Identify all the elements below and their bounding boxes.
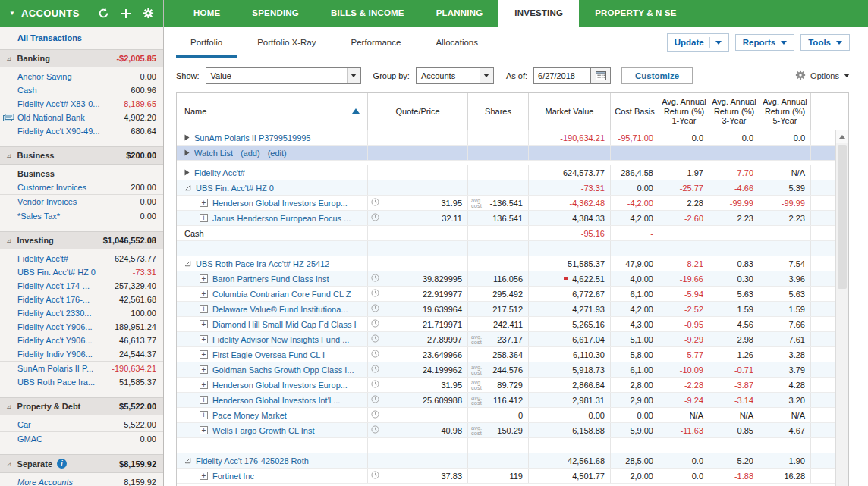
- security-name[interactable]: Baron Partners Fund Class Inst: [212, 274, 329, 284]
- expand-plus-icon[interactable]: +: [200, 335, 208, 343]
- sidebar-item-fidelity-acc-t-x90-49[interactable]: Fidelity Acc't X90-49...680.64: [0, 124, 163, 138]
- col-header-avg-annual-return-3-year[interactable]: Avg. Annual Return (%)3-Year: [709, 93, 760, 130]
- table-row[interactable]: Cash-95.16-: [177, 226, 835, 241]
- security-name[interactable]: Diamond Hill Small Mid Cap Fd Class I: [212, 320, 357, 329]
- nav-tab-home[interactable]: HOME: [178, 0, 236, 27]
- update-button[interactable]: Update: [667, 33, 729, 52]
- account-group-name[interactable]: SunAm Polaris II P3799519995: [194, 133, 311, 143]
- nav-tab-bills-income[interactable]: BILLS & INCOME: [315, 0, 420, 27]
- table-row[interactable]: +Delaware Value® Fund Institutiona...19.…: [177, 302, 835, 317]
- table-row[interactable]: +Fidelity Advisor New Insights Fund ...2…: [177, 332, 835, 347]
- table-row[interactable]: +Pace Money Market00.000.00N/AN/AN/A: [177, 408, 835, 423]
- sidebar-item-label[interactable]: Customer Invoices: [17, 183, 131, 192]
- security-name[interactable]: Fidelity Advisor New Insights Fund ...: [212, 335, 349, 344]
- sidebar-item-label[interactable]: Fidelity Acc't#: [17, 254, 115, 263]
- table-row[interactable]: +Wells Fargo Growth CL Inst40.98avg.cost…: [177, 423, 835, 438]
- table-row[interactable]: +First Eagle Oversea Fund CL I23.6499662…: [177, 347, 835, 362]
- sidebar-item-label[interactable]: UBS Fin. Acc't# HZ 0: [17, 268, 133, 277]
- calendar-icon[interactable]: [591, 67, 611, 84]
- sidebar-item-cash[interactable]: Cash600.96: [0, 83, 163, 97]
- nav-tab-spending[interactable]: SPENDING: [236, 0, 315, 27]
- col-header-name[interactable]: Name: [177, 93, 368, 130]
- sidebar-item-label[interactable]: Fidelity Acc't# X83-0...: [17, 99, 121, 108]
- sidebar-item-label[interactable]: More Accounts: [17, 478, 124, 486]
- sidebar-item-car[interactable]: Car5,522.00: [0, 418, 163, 432]
- security-name[interactable]: First Eagle Oversea Fund CL I: [212, 350, 325, 359]
- sidebar-item-label[interactable]: Fidelity Acc't 174-...: [17, 281, 115, 290]
- sidebar-item-label[interactable]: Fidelity Acc't 176-...: [17, 295, 119, 304]
- table-row[interactable]: +Columbia Contrarian Core Fund CL Z22.91…: [177, 287, 835, 302]
- account-group-name[interactable]: Watch List: [194, 149, 233, 158]
- tab-portfolio-x-ray[interactable]: Portfolio X-Ray: [243, 27, 330, 58]
- tools-button[interactable]: Tools: [800, 34, 850, 51]
- group-by-select[interactable]: Accounts: [416, 67, 494, 84]
- security-name[interactable]: Fortinet Inc: [212, 472, 254, 481]
- sidebar-item-vendor-invoices[interactable]: Vendor Invoices0.00: [0, 195, 163, 209]
- collapsed-triangle-icon[interactable]: [184, 168, 190, 177]
- col-header-avg-annual-return-1-year[interactable]: Avg. Annual Return (%)1-Year: [659, 93, 709, 130]
- sidebar-item-label[interactable]: Fidelity Acc't Y906...: [17, 322, 115, 331]
- expand-plus-icon[interactable]: +: [200, 290, 208, 298]
- table-row[interactable]: UBS Fin. Acc't# HZ 0-73.310.00-25.77-4.6…: [177, 180, 835, 196]
- security-name[interactable]: Henderson Global Investors Int'l ...: [212, 396, 340, 405]
- col-header-market-value[interactable]: Market Value: [529, 93, 611, 130]
- accounts-caret-down-icon[interactable]: ▼: [9, 10, 15, 17]
- expand-plus-icon[interactable]: +: [200, 214, 208, 222]
- tab-portfolio[interactable]: Portfolio: [176, 27, 237, 58]
- security-name[interactable]: Columbia Contrarian Core Fund CL Z: [212, 290, 351, 299]
- reports-button[interactable]: Reports: [735, 34, 794, 51]
- table-row[interactable]: +Diamond Hill Small Mid Cap Fd Class I21…: [177, 317, 835, 332]
- expand-plus-icon[interactable]: +: [200, 305, 208, 313]
- sidebar-item-label[interactable]: SunAm Polaris II P...: [17, 364, 112, 373]
- security-name[interactable]: Goldman Sachs Growth Opp Class I...: [212, 365, 354, 375]
- sidebar-item-fidelity-acc-t-y906[interactable]: Fidelity Acc't Y906...46,613.77: [0, 334, 163, 347]
- scroll-up-arrow-icon[interactable]: [836, 130, 848, 143]
- sidebar-item-anchor-saving[interactable]: Anchor Saving0.00: [0, 70, 163, 83]
- expand-plus-icon[interactable]: +: [200, 396, 208, 404]
- sidebar-item-fidelity-acc-t-176[interactable]: Fidelity Acc't 176-...42,561.68: [0, 293, 163, 306]
- expanded-triangle-icon[interactable]: [184, 259, 191, 268]
- sidebar-item-label[interactable]: Fidelity Acc't 2330...: [17, 309, 131, 318]
- section-expand-icon[interactable]: ⊿: [6, 237, 12, 244]
- table-row[interactable]: Fidelity Acc't#624,573.77286,4.581.97-7.…: [177, 165, 835, 180]
- security-name[interactable]: Pace Money Market: [212, 411, 287, 420]
- sidebar-item-label[interactable]: Car: [17, 420, 124, 429]
- expand-plus-icon[interactable]: +: [200, 365, 208, 374]
- watchlist-add-link[interactable]: (add): [241, 149, 260, 158]
- account-group-name[interactable]: UBS Fin. Acc't# HZ 0: [196, 183, 274, 193]
- show-select[interactable]: Value: [206, 67, 361, 84]
- vertical-scrollbar[interactable]: [835, 130, 848, 486]
- expand-plus-icon[interactable]: +: [200, 274, 208, 283]
- security-name[interactable]: Wells Fargo Growth CL Inst: [212, 426, 315, 435]
- nav-tab-property-n-se[interactable]: PROPERTY & N SE: [579, 0, 693, 27]
- sidebar-item-all-transactions[interactable]: All Transactions: [0, 27, 163, 49]
- sidebar-item-fidelity-acc-t-2330[interactable]: Fidelity Acc't 2330...100.00: [0, 306, 163, 320]
- security-name[interactable]: Janus Henderson European Focus ...: [212, 214, 351, 223]
- table-row[interactable]: +Henderson Global Investors Europ...31.9…: [177, 378, 835, 393]
- sidebar-item-more-accounts[interactable]: More Accounts8,159.92: [0, 475, 163, 486]
- col-header-cost-basis[interactable]: Cost Basis: [611, 93, 659, 130]
- sidebar-item-ubs-fin-acc-t-hz-0[interactable]: UBS Fin. Acc't# HZ 0-73.31: [0, 265, 163, 279]
- security-name[interactable]: Delaware Value® Fund Institutiona...: [212, 305, 348, 314]
- table-row[interactable]: +Baron Partners Fund Class Inst39.829995…: [177, 271, 835, 287]
- sidebar-item-label[interactable]: *Sales Tax*: [17, 212, 140, 221]
- sidebar-item-customer-invoices[interactable]: Customer Invoices200.00: [0, 180, 163, 195]
- sidebar-item-label[interactable]: Fidelity Indiv Y906...: [17, 350, 119, 359]
- sidebar-item-sales-tax[interactable]: *Sales Tax*0.00: [0, 209, 163, 223]
- section-expand-icon[interactable]: ⊿: [6, 403, 12, 410]
- account-group-name[interactable]: Fidelity Acc't 176-425028 Roth: [196, 456, 309, 466]
- table-row[interactable]: +Fortinet Inc37.831194,501.772,0.000.0-1…: [177, 469, 835, 484]
- expand-plus-icon[interactable]: +: [200, 199, 208, 207]
- sidebar-section-header-property-debt[interactable]: ⊿Property & Debt$5,522.00: [0, 397, 163, 415]
- sidebar-item-label[interactable]: Cash: [17, 86, 131, 95]
- section-expand-icon[interactable]: ⊿: [6, 152, 12, 159]
- as-of-date-input[interactable]: 6/27/2018: [533, 67, 591, 84]
- sidebar-item-label[interactable]: Vendor Invoices: [17, 197, 140, 206]
- expanded-triangle-icon[interactable]: [184, 456, 191, 466]
- collapsed-triangle-icon[interactable]: [184, 133, 190, 143]
- expand-plus-icon[interactable]: +: [200, 320, 208, 328]
- account-group-name[interactable]: UBS Roth Pace Ira Acc't# HZ 25412: [196, 259, 329, 268]
- table-row[interactable]: +Henderson Global Investors Europ...31.9…: [177, 196, 835, 211]
- table-row[interactable]: +Henderson Global Investors Int'l ...25.…: [177, 393, 835, 408]
- sidebar-item-label[interactable]: Anchor Saving: [17, 72, 140, 81]
